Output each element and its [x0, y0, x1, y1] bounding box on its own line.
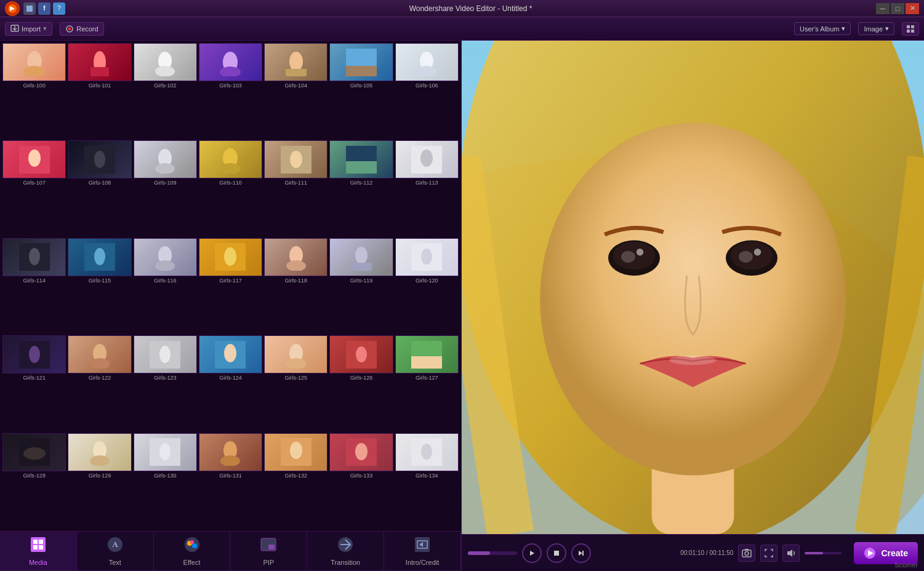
list-item[interactable]: Girls-118	[264, 238, 327, 333]
list-item[interactable]: Girls-104	[264, 43, 327, 138]
svg-point-80	[421, 444, 432, 460]
minimize-button[interactable]: ─	[876, 3, 890, 14]
list-item[interactable]: Girls-127	[395, 335, 459, 431]
record-button[interactable]: Record	[60, 22, 103, 36]
grid-icon	[906, 25, 915, 33]
list-item[interactable]: Girls-123	[134, 335, 197, 431]
record-label: Record	[76, 25, 98, 33]
svg-rect-9	[907, 30, 910, 33]
media-label: Girls-100	[23, 82, 46, 89]
media-label: Girls-118	[285, 278, 308, 284]
media-label: Girls-114	[23, 278, 46, 284]
media-label: Girls-129	[89, 473, 111, 479]
stop-button[interactable]	[547, 543, 566, 563]
svg-point-108	[754, 249, 761, 255]
tab-intro[interactable]: Intro/Credit	[384, 532, 461, 570]
media-thumbnail	[199, 238, 262, 276]
list-item[interactable]: Girls-122	[68, 335, 131, 431]
snapshot-button[interactable]	[738, 545, 755, 562]
help-icon[interactable]: ?	[53, 2, 65, 15]
tab-media[interactable]: Media	[0, 532, 77, 570]
svg-marker-117	[787, 549, 792, 557]
list-item[interactable]: Girls-102	[134, 43, 197, 138]
list-item[interactable]: Girls-101	[68, 43, 131, 138]
list-item[interactable]: Girls-108	[68, 140, 131, 236]
volume-progress[interactable]	[468, 551, 517, 555]
tab-pip[interactable]: PIP	[230, 532, 307, 570]
svg-point-58	[159, 346, 171, 363]
volume-button[interactable]	[782, 545, 800, 562]
media-thumbnail	[199, 43, 262, 81]
svg-rect-65	[411, 341, 442, 356]
media-type-dropdown[interactable]: Image ▾	[858, 22, 894, 35]
svg-rect-36	[346, 161, 377, 174]
list-item[interactable]: Girls-109	[134, 140, 197, 236]
grid-view-button[interactable]	[902, 22, 919, 36]
titlebar-left: f ?	[5, 1, 65, 16]
list-item[interactable]: Girls-129	[68, 433, 131, 529]
list-item[interactable]: Girls-128	[2, 433, 66, 529]
volume-slider[interactable]	[805, 552, 842, 554]
list-item[interactable]: Girls-100	[2, 43, 66, 138]
list-item[interactable]: Girls-105	[329, 43, 393, 138]
list-item[interactable]: Girls-132	[264, 433, 327, 529]
media-thumbnail	[264, 335, 327, 373]
svg-point-54	[29, 346, 40, 363]
time-display: 00:01:10 / 00:11:50	[680, 549, 733, 556]
album-value: User's Album	[800, 25, 839, 33]
list-item[interactable]: Girls-113	[395, 140, 459, 236]
list-item[interactable]: Girls-111	[264, 140, 327, 236]
import-button[interactable]: Import ▾	[5, 22, 52, 36]
list-item[interactable]: Girls-106	[395, 43, 459, 138]
list-item[interactable]: Girls-121	[2, 335, 66, 431]
svg-point-88	[185, 537, 199, 552]
svg-rect-22	[346, 66, 377, 76]
list-item[interactable]: Girls-133	[329, 433, 393, 529]
svg-point-72	[159, 443, 171, 460]
list-item[interactable]: Girls-115	[68, 238, 131, 333]
media-label: Girls-128	[23, 473, 46, 479]
list-item[interactable]: Girls-126	[329, 335, 393, 431]
list-item[interactable]: Girls-103	[199, 43, 262, 138]
album-dropdown[interactable]: User's Album ▾	[794, 22, 851, 35]
list-item[interactable]: Girls-119	[329, 238, 393, 333]
list-item[interactable]: Girls-124	[199, 335, 262, 431]
svg-rect-113	[582, 551, 584, 556]
facebook-icon[interactable]: f	[38, 2, 50, 15]
main-toolbar: Import ▾ Record User's Album ▾ Image ▾	[0, 17, 924, 41]
media-thumbnail	[395, 238, 459, 276]
list-item[interactable]: Girls-110	[199, 140, 262, 236]
media-thumbnail	[134, 433, 197, 471]
svg-point-46	[224, 247, 236, 266]
svg-rect-66	[411, 356, 442, 369]
list-item[interactable]: Girls-131	[199, 433, 262, 529]
maximize-button[interactable]: □	[891, 3, 904, 14]
media-thumbnail	[395, 335, 459, 373]
svg-point-60	[224, 344, 236, 362]
media-thumbnail	[68, 335, 131, 373]
tab-transition[interactable]: Transition	[307, 532, 384, 570]
list-item[interactable]: Girls-116	[134, 238, 197, 333]
list-item[interactable]: Girls-114	[2, 238, 66, 333]
svg-text:A: A	[112, 540, 118, 549]
tab-text[interactable]: A Text	[77, 532, 154, 570]
list-item[interactable]: Girls-117	[199, 238, 262, 333]
svg-rect-111	[554, 551, 559, 556]
play-button[interactable]	[522, 543, 542, 563]
list-item[interactable]: Girls-130	[134, 433, 197, 529]
list-item[interactable]: Girls-120	[395, 238, 459, 333]
close-button[interactable]: ✕	[906, 3, 919, 14]
tab-effect[interactable]: Effect	[154, 532, 231, 570]
list-item[interactable]: Girls-107	[2, 140, 66, 236]
svg-point-19	[289, 52, 303, 71]
svg-rect-14	[90, 67, 109, 76]
list-item[interactable]: Girls-112	[329, 140, 393, 236]
svg-rect-21	[346, 49, 377, 66]
media-thumbnail	[2, 335, 66, 373]
fullscreen-button[interactable]	[760, 545, 777, 562]
media-thumbnail	[395, 43, 459, 81]
next-frame-button[interactable]	[571, 543, 591, 563]
list-item[interactable]: Girls-125	[264, 335, 327, 431]
svg-rect-93	[268, 545, 275, 549]
list-item[interactable]: Girls-134	[395, 433, 459, 529]
